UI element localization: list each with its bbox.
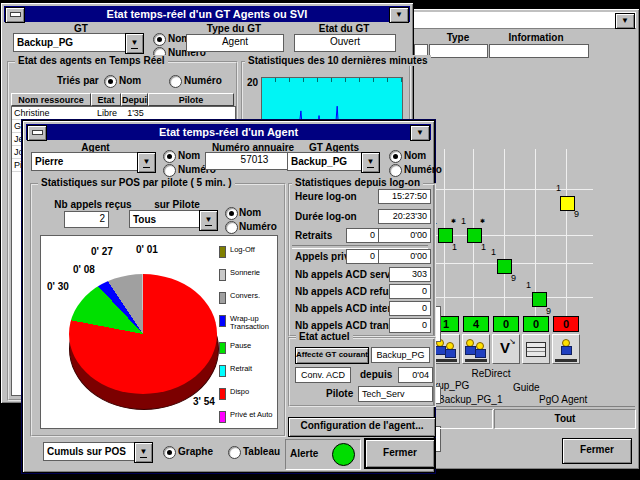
gt-nom-radio[interactable] (153, 33, 166, 46)
desk-icon (435, 359, 457, 362)
gt-agents-select[interactable]: Backup_PG ▼ (287, 152, 380, 171)
pilote-label: Pilote (326, 388, 353, 399)
tries-nom-radio[interactable] (104, 75, 117, 88)
agent-system-menu-button[interactable] (27, 125, 47, 141)
monitor-titlebar[interactable] (412, 12, 636, 29)
legend-label: Dispo (230, 388, 249, 396)
configuration-button[interactable]: Configuration de l'agent... (288, 417, 436, 437)
col-depuis[interactable]: Depuis (121, 93, 148, 106)
tries-numero-radio-label: Numéro (184, 75, 222, 86)
monitor-type-field[interactable] (429, 44, 488, 58)
depuis-label: depuis (360, 369, 392, 380)
window-monitor: ▼ Type Information 1 9 1 ✱ 1 1 ✱ 1 1 9 1… (408, 8, 640, 470)
tries-nom-radio-label: Nom (119, 75, 141, 86)
acd-interceptes-value: 0 (389, 301, 431, 316)
grid-line (433, 235, 593, 236)
pie-legend: Log-OffSonnerieConvers.Wrap-up Transacti… (219, 246, 273, 434)
queue-counter: 4 (463, 316, 489, 332)
queue-counter: 0 (493, 316, 519, 332)
gt-agents-nom-radio[interactable] (389, 150, 402, 163)
retraits-count: 0 (346, 228, 379, 243)
col-nom-ressource[interactable]: Nom ressource (11, 93, 91, 106)
gt-stats-group-label: Statistiques des 10 dernières minutes (245, 55, 431, 66)
legend-swatch (219, 411, 226, 423)
agent-nom-radio[interactable] (163, 150, 176, 163)
gt-agents-numero-radio[interactable] (389, 164, 402, 177)
pilote-nom-radio[interactable] (225, 207, 238, 220)
node-mark: ✱ (451, 217, 456, 224)
cumuls-select[interactable]: Cumuls sur POS ▼ (43, 442, 153, 461)
agent-titlebar[interactable]: Etat temps-réel d'un Agent (26, 124, 431, 140)
gt-maximize-button[interactable]: ▼ (389, 7, 409, 23)
redirect-icon[interactable]: V ↘ (492, 334, 520, 364)
status-cell-tout[interactable]: Tout (494, 409, 636, 429)
legend-label: Pause (230, 342, 251, 350)
legend-item: Wrap-up Transaction (219, 315, 273, 331)
affecte-gt-button[interactable]: Affecté GT courant (295, 347, 369, 364)
monitor-information-field[interactable] (489, 44, 589, 58)
combo-dropdown-button[interactable]: ▼ (137, 152, 156, 173)
gt-type-value: Agent (186, 34, 284, 52)
etat-actuel-group-label: Etat actuel (296, 331, 353, 342)
node-label: 9 (546, 306, 551, 316)
gt-select[interactable]: Backup_PG ▼ (13, 33, 144, 52)
monitor-fermer-button[interactable]: Fermer (562, 438, 632, 464)
combo-dropdown-button[interactable]: ▼ (361, 152, 380, 173)
legend-item: Convers. (219, 292, 273, 304)
legend-label: Privé et Auto (230, 411, 273, 419)
combo-dropdown-button[interactable]: ▼ (125, 33, 144, 54)
node-label: 9 (511, 273, 516, 283)
legend-item: Retrait (219, 365, 273, 377)
combo-dropdown-button[interactable]: ▼ (134, 442, 153, 463)
table-row[interactable]: ChristineLibre1'35 (12, 107, 235, 120)
retraits-time: 0'00 (378, 228, 431, 243)
gt-titlebar[interactable]: Etat temps-réel d'un GT Agents ou SVI (4, 6, 410, 22)
table-header: Nom ressource Etat Depuis Pilote (11, 93, 234, 106)
agent-fermer-button[interactable]: Fermer (365, 439, 435, 468)
pilote-numero-radio[interactable] (225, 221, 238, 234)
monitor-restore-button[interactable]: ▼ (615, 13, 635, 29)
node-label: 1 (461, 216, 466, 226)
agent-person-icon (465, 339, 474, 354)
desk-icon (465, 359, 487, 362)
agent-maximize-button[interactable]: ▼ (410, 125, 430, 141)
legend-item: Sonnerie (219, 269, 273, 281)
diagram-node-green (438, 228, 453, 243)
legend-swatch (219, 315, 226, 327)
sur-pilote-select[interactable]: Tous ▼ (129, 210, 218, 228)
gt-etat-label: Etat du GT (293, 23, 395, 34)
tableau-radio-label: Tableau (243, 446, 280, 457)
tries-par-label: Triés par (57, 75, 99, 86)
monitor-information-column-label: Information (501, 32, 571, 43)
tableau-radio[interactable] (228, 446, 241, 459)
depuis-value: 0'04 (398, 367, 433, 383)
gt-agents-group-label: Etat des agents en Temps Réel (15, 55, 168, 66)
appels-prives-time: 0'00 (378, 249, 431, 264)
node-label: 1 (481, 242, 486, 252)
agents-icon[interactable] (462, 334, 490, 364)
agent-select[interactable]: Pierre ▼ (31, 152, 156, 171)
graphe-radio[interactable] (163, 446, 176, 459)
tries-numero-radio[interactable] (169, 75, 182, 88)
agents-icon[interactable] (552, 334, 580, 364)
legend-label: Sonnerie (230, 269, 260, 277)
y-axis-tick: 20 (245, 77, 258, 88)
col-pilote[interactable]: Pilote (148, 93, 234, 106)
pos-stats-group: Statistiques sur POS par pilote ( 5 min.… (30, 183, 286, 437)
diagram-node-green (532, 292, 547, 307)
gt-system-menu-button[interactable] (5, 7, 25, 23)
agent-numero-radio[interactable] (163, 164, 176, 177)
agent-person-icon (445, 342, 454, 357)
gt-agents-nom-radio-label: Nom (404, 150, 426, 161)
queue-counter: 0 (553, 316, 579, 332)
legend-label: Log-Off (230, 246, 255, 254)
node-label: 1 (491, 247, 496, 257)
legend-swatch (219, 388, 226, 400)
pie-label-pause: 0' 30 (47, 281, 69, 292)
pos-stats-group-label: Statistiques sur POS par pilote ( 5 min.… (38, 177, 235, 188)
combo-dropdown-button[interactable]: ▼ (199, 210, 218, 231)
label-redirect: ReDirect (456, 368, 526, 379)
pie-label-wrapup: 0' 08 (73, 264, 95, 275)
guide-icon[interactable] (522, 334, 550, 364)
col-etat[interactable]: Etat (91, 93, 121, 106)
